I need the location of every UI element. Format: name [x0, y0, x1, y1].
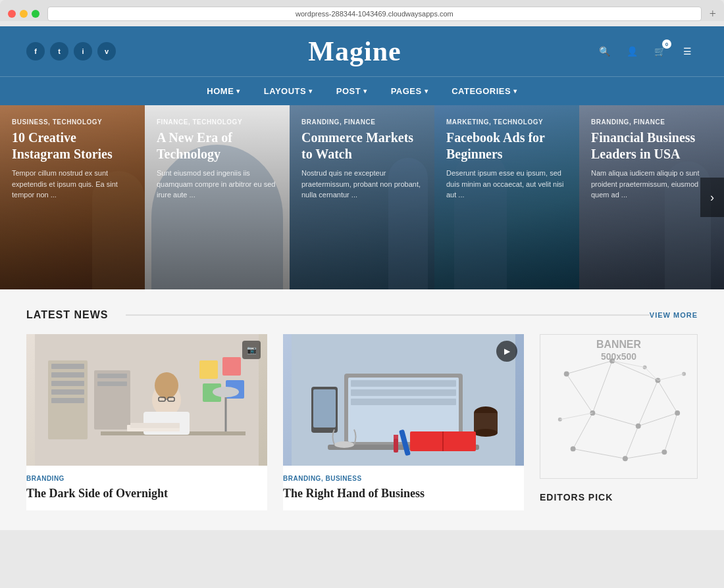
header-actions: 🔍 👤 🛒 0 ☰ [594, 41, 698, 62]
section-title-divider [126, 314, 649, 316]
address-bar[interactable]: wordpress-288344-1043469.cloudwaysapps.c… [47, 7, 702, 21]
slide-3-title: Commerce Markets to Watch [301, 130, 423, 162]
latest-news-title: LATEST NEWS [26, 309, 118, 321]
news-card-1-body: BRANDING The Dark Side of Overnight [26, 466, 267, 510]
vimeo-icon[interactable]: v [97, 42, 116, 61]
news-card-1-categories: BRANDING [26, 475, 267, 482]
slide-3[interactable]: BRANDING, FINANCE Commerce Markets to Wa… [290, 105, 434, 289]
maximize-dot[interactable] [32, 10, 39, 18]
svg-rect-6 [51, 398, 84, 403]
chevron-down-icon: ▾ [309, 87, 313, 95]
nav-categories[interactable]: CATEGORIES ▾ [440, 77, 529, 105]
nav-home[interactable]: HOME ▾ [195, 77, 252, 105]
svg-point-62 [675, 410, 680, 416]
slide-1[interactable]: BUSINESS, TECHNOLOGY 10 Creative Instagr… [0, 105, 145, 289]
chevron-down-icon: ▾ [363, 87, 367, 95]
news-card-2-image: ▶ [283, 334, 524, 466]
slider-next-button[interactable]: › [700, 178, 724, 217]
sidebar: BANNER 500x500 EDITORS PICK [540, 334, 698, 510]
news-card-1[interactable]: 📷 BRANDING The Dark Side of Overnight [26, 334, 267, 510]
svg-rect-30 [351, 389, 456, 396]
menu-button[interactable]: ☰ [677, 41, 698, 62]
svg-text:500x500: 500x500 [601, 351, 636, 362]
svg-point-64 [623, 456, 628, 461]
chevron-down-icon: ▾ [236, 87, 240, 95]
news-card-2-title: The Right Hand of Business [283, 486, 524, 501]
chevron-down-icon: ▾ [513, 87, 517, 95]
svg-point-63 [571, 446, 576, 451]
svg-rect-7 [94, 370, 130, 429]
svg-rect-2 [51, 364, 84, 369]
svg-rect-42 [394, 435, 398, 439]
main-navigation: HOME ▾ LAYOUTS ▾ POST ▾ PAGES ▾ CATEGORI… [0, 76, 724, 105]
chevron-down-icon: ▾ [425, 87, 428, 95]
slide-3-categories: BRANDING, FINANCE [301, 118, 423, 126]
slide-4-title: Facebook Ads for Beginners [446, 130, 567, 162]
editors-pick-section: EDITORS PICK [540, 492, 698, 502]
svg-rect-41 [394, 438, 398, 453]
minimize-dot[interactable] [20, 10, 28, 18]
svg-point-22 [213, 387, 239, 397]
cart-button[interactable]: 🛒 0 [649, 41, 670, 62]
slide-2-excerpt: Sunt eiusmod sed ingeniis iis quamquam c… [157, 168, 278, 201]
social-icons-group: f t i v [26, 42, 116, 61]
facebook-icon[interactable]: f [26, 42, 45, 61]
browser-dots [8, 10, 39, 18]
article-2-media-icon: ▶ [496, 341, 517, 362]
slide-5-categories: BRANDING, FINANCE [591, 118, 712, 126]
slide-4[interactable]: MARKETING, TECHNOLOGY Facebook Ads for B… [434, 105, 579, 289]
svg-point-61 [636, 424, 641, 429]
slide-1-excerpt: Tempor cillum nostrud ex sunt expetendis… [12, 168, 133, 201]
svg-rect-3 [51, 372, 84, 378]
close-dot[interactable] [8, 10, 16, 18]
hero-slider: BUSINESS, TECHNOLOGY 10 Creative Instagr… [0, 105, 724, 289]
website-container: f t i v Magine 🔍 👤 🛒 0 ☰ HOME ▾ LAYOUTS … [0, 26, 724, 530]
svg-rect-18 [222, 357, 241, 376]
banner-ad: BANNER 500x500 [540, 334, 698, 479]
slide-5-excerpt: Nam aliqua iudicem aliquip o sunt proide… [591, 168, 712, 201]
news-card-1-image: 📷 [26, 334, 267, 466]
article-1-media-icon: 📷 [242, 341, 261, 359]
nav-pages[interactable]: PAGES ▾ [379, 77, 440, 105]
svg-rect-31 [351, 399, 456, 405]
svg-rect-9 [97, 381, 127, 386]
account-button[interactable]: 👤 [621, 41, 642, 62]
svg-point-40 [334, 441, 354, 448]
slide-1-categories: BUSINESS, TECHNOLOGY [12, 118, 133, 126]
slide-2[interactable]: FINANCE, TECHNOLOGY A New Era of Technol… [145, 105, 290, 289]
svg-rect-17 [199, 360, 218, 379]
search-button[interactable]: 🔍 [594, 41, 615, 62]
svg-point-57 [564, 371, 569, 376]
site-logo[interactable]: Magine [308, 36, 401, 67]
news-card-2-categories: BRANDING, BUSINESS [283, 475, 524, 482]
news-card-2[interactable]: ▶ BRANDING, BUSINESS The Right Hand of B… [283, 334, 524, 510]
twitter-icon[interactable]: t [50, 42, 68, 61]
site-header: f t i v Magine 🔍 👤 🛒 0 ☰ [0, 26, 724, 76]
svg-rect-29 [351, 380, 456, 387]
nav-post[interactable]: POST ▾ [324, 77, 379, 105]
news-card-1-title: The Dark Side of Overnight [26, 486, 267, 501]
svg-point-12 [155, 372, 178, 399]
svg-text:BANNER: BANNER [596, 339, 641, 350]
slide-5-title: Financial Business Leaders in USA [591, 130, 712, 162]
slide-1-title: 10 Creative Instagram Stories [12, 130, 133, 162]
svg-point-60 [590, 410, 595, 416]
new-tab-button[interactable]: + [710, 7, 716, 21]
editors-pick-title: EDITORS PICK [540, 492, 698, 502]
news-card-2-body: BRANDING, BUSINESS The Right Hand of Bus… [283, 466, 524, 510]
svg-point-65 [661, 449, 667, 454]
nav-layouts[interactable]: LAYOUTS ▾ [252, 77, 324, 105]
latest-news-header: LATEST NEWS VIEW MORE [26, 309, 698, 321]
browser-chrome: wordpress-288344-1043469.cloudwaysapps.c… [0, 0, 724, 21]
svg-rect-33 [313, 389, 336, 428]
main-content: LATEST NEWS VIEW MORE [0, 289, 724, 530]
slide-4-excerpt: Deserunt ipsum esse eu ipsum, sed duis m… [446, 168, 567, 201]
slide-2-categories: FINANCE, TECHNOLOGY [157, 118, 278, 126]
slide-3-excerpt: Nostrud quis ne excepteur praetermissum,… [301, 168, 423, 201]
cart-badge: 0 [662, 39, 671, 49]
svg-rect-4 [51, 381, 84, 386]
svg-rect-24 [130, 423, 180, 428]
instagram-icon[interactable]: i [74, 42, 92, 61]
view-more-link[interactable]: VIEW MORE [650, 311, 698, 319]
content-grid: 📷 BRANDING The Dark Side of Overnight [26, 334, 698, 510]
